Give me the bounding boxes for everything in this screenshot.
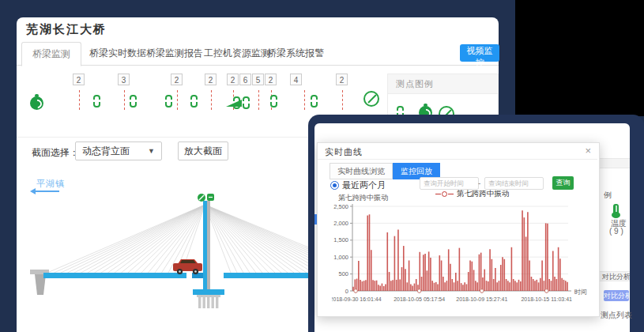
- compare-section-header: 对比分析: [598, 271, 630, 281]
- chain-link-icon: [130, 95, 137, 108]
- sensor-count-badge: 2: [336, 74, 348, 85]
- sensor-count-badge: 2: [205, 74, 217, 85]
- query-button[interactable]: 查询: [552, 176, 574, 190]
- query-start-time-input[interactable]: [420, 177, 479, 190]
- last-two-months-radio[interactable]: [330, 181, 339, 190]
- tower-grey-stripe: [207, 201, 210, 295]
- legend-panel-header: 测点图例: [388, 74, 498, 94]
- legend-line-icon: [435, 194, 441, 195]
- desktop: 芜湖长江大桥 桥梁监测桥梁实时数据桥梁监测报告工控机资源监测桥梁系统报警 视频监…: [0, 0, 644, 332]
- black-region: [515, 0, 644, 116]
- chain-link-icon: [243, 96, 250, 109]
- chain-link-icon: [93, 95, 100, 108]
- range-separator: -: [478, 179, 480, 187]
- chain-link-icon: [165, 95, 172, 108]
- temperature-count: ( 9 ): [609, 227, 623, 236]
- sensor-count-badge: 2: [171, 74, 183, 85]
- level-ruler-icon: [226, 100, 242, 107]
- red-dashed-marker: [211, 90, 212, 110]
- red-dashed-marker: [342, 90, 343, 110]
- tower-blue-stripe: [203, 201, 207, 295]
- thermometer-icon: [613, 204, 619, 214]
- red-dashed-marker: [177, 90, 178, 110]
- pier-cap: [193, 289, 224, 295]
- chevron-down-icon: ▼: [148, 147, 155, 155]
- no-entry-icon: [363, 91, 379, 107]
- tower-top-sensors: [198, 194, 214, 202]
- deck-right: [224, 273, 318, 278]
- modal-tab-0[interactable]: 实时曲线浏览: [330, 163, 393, 179]
- legend-label: 第七跨跨中振动: [457, 189, 510, 199]
- legend-line-icon: [448, 194, 454, 195]
- sensor-count-badge: 6: [239, 74, 251, 85]
- svg-text:时间: 时间: [574, 289, 587, 296]
- red-dashed-marker: [124, 90, 125, 110]
- chain-link-icon: [190, 95, 198, 108]
- sensor-count-badge: 2: [227, 74, 239, 85]
- chain-link-icon: [270, 95, 277, 108]
- svg-text:2,500: 2,500: [333, 203, 348, 210]
- sensor-count-badge: 3: [118, 74, 130, 85]
- main-tab-4[interactable]: 桥梁系统报警: [257, 42, 334, 64]
- last-two-months-label: 最近两个月: [342, 179, 386, 191]
- zoom-section-button[interactable]: 放大截面: [178, 141, 228, 160]
- pier-piles: [197, 295, 220, 308]
- sensor-count-badge: 2: [73, 74, 85, 85]
- svg-text:2018-10-15 11:03:41: 2018-10-15 11:03:41: [521, 296, 572, 302]
- svg-text:1,500: 1,500: [333, 236, 348, 243]
- sensor-count-badge: 4: [290, 74, 302, 85]
- svg-text:2018-10-09 15:27:41: 2018-10-09 15:27:41: [456, 296, 507, 302]
- modal-title: 实时曲线: [325, 146, 363, 158]
- section-select-label: 截面选择：: [32, 146, 79, 160]
- deck-left: [43, 273, 186, 278]
- point-list-label: 测点列表: [601, 310, 632, 321]
- svg-text:500: 500: [338, 270, 348, 277]
- gauge-icon: [30, 96, 43, 110]
- legend-marker-icon: [442, 191, 447, 197]
- svg-text:2018-09-30 16:01:44: 2018-09-30 16:01:44: [332, 296, 382, 302]
- close-icon[interactable]: ×: [585, 145, 591, 157]
- page-title: 芜湖长江大桥: [26, 22, 107, 37]
- direction-label: 平湖镇: [36, 178, 65, 190]
- sensor-count-badge: 5: [252, 74, 264, 85]
- red-dashed-marker: [79, 90, 80, 110]
- bridge-elevation-drawing: [24, 191, 318, 316]
- main-tab-0[interactable]: 桥梁监测: [21, 42, 81, 66]
- chain-link-icon: [311, 95, 318, 108]
- compare-analysis-button[interactable]: 对比分析: [604, 290, 629, 301]
- divider: [318, 159, 597, 160]
- chart-legend[interactable]: 第七跨跨中振动: [435, 189, 510, 199]
- video-monitor-button[interactable]: 视频监控: [460, 44, 499, 62]
- car: [173, 259, 202, 274]
- side-section-header: [598, 158, 630, 168]
- svg-text:2018-10-05 05:17:54: 2018-10-05 05:17:54: [394, 296, 445, 302]
- svg-text:2,000: 2,000: [333, 220, 348, 227]
- curve-window-frame: 例 温度 ( 9 ) 对比分析 对比分析 测点列表 实时曲线 × 实时曲线浏览监…: [308, 115, 644, 332]
- realtime-curve-modal: 实时曲线 × 实时曲线浏览监控回放 最近两个月 - 查询 第七跨跨中振动 第七跨…: [317, 142, 600, 317]
- side-partial-label: 例: [604, 190, 612, 201]
- red-dashed-marker: [304, 90, 305, 110]
- sensor-count-badge: 2: [265, 74, 277, 85]
- query-end-time-input[interactable]: [484, 177, 544, 190]
- svg-text:1,000: 1,000: [333, 254, 348, 261]
- svg-text:0: 0: [345, 288, 348, 295]
- section-select-value: 动态背立面: [82, 145, 130, 158]
- red-dashed-marker: [258, 90, 259, 110]
- main-tabbar: 桥梁监测桥梁实时数据桥梁监测报告工控机资源监测桥梁系统报警: [17, 42, 499, 66]
- vibration-chart: 05001,0001,5002,0002,5002018-09-30 16:01…: [332, 200, 589, 315]
- section-select[interactable]: 动态背立面 ▼: [75, 141, 162, 160]
